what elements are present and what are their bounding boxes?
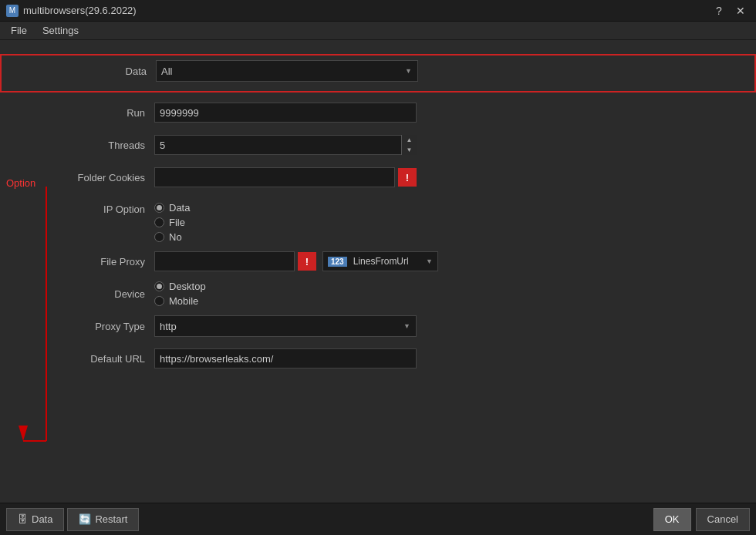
bottom-bar: 🗄 Data 🔄 Restart OK Cancel <box>0 503 756 535</box>
run-control <box>154 103 417 123</box>
ip-option-data-label: Data <box>169 202 190 214</box>
threads-up-button[interactable]: ▲ <box>402 135 417 145</box>
threads-spinner-wrapper: ▲ ▼ <box>154 135 417 155</box>
folder-cookies-error-icon[interactable]: ! <box>398 168 417 187</box>
ip-option-no[interactable]: No <box>154 231 417 243</box>
titlebar-controls: ? ✕ <box>710 3 750 19</box>
file-proxy-input[interactable] <box>154 251 295 271</box>
ip-option-control: Data File No <box>154 202 417 243</box>
data-row-highlight: Data All Custom <box>0 54 756 93</box>
run-input[interactable] <box>154 103 417 123</box>
ip-option-no-radio[interactable] <box>154 232 164 242</box>
window-title: multibrowsers(29.6.2022) <box>23 5 137 16</box>
data-control: All Custom <box>156 60 418 82</box>
svg-marker-2 <box>19 426 28 441</box>
ip-option-data[interactable]: Data <box>154 202 417 214</box>
titlebar: M multibrowsers(29.6.2022) ? ✕ <box>0 0 756 22</box>
run-label: Run <box>0 107 154 119</box>
threads-spinner-buttons: ▲ ▼ <box>401 135 417 155</box>
file-proxy-control: ! 123 LinesFromUrl ▼ <box>154 251 438 271</box>
restart-button-icon: 🔄 <box>79 513 91 525</box>
device-radio-group: Desktop Mobile <box>154 281 417 307</box>
device-desktop-radio[interactable] <box>154 281 164 291</box>
titlebar-left: M multibrowsers(29.6.2022) <box>6 5 137 17</box>
menubar: File Settings <box>0 22 756 40</box>
lines-dropdown-arrow: ▼ <box>426 257 433 265</box>
proxy-type-select-wrapper: http https socks4 socks5 <box>154 315 417 337</box>
threads-row: Threads ▲ ▼ <box>0 131 756 159</box>
ip-option-file-radio[interactable] <box>154 217 164 227</box>
threads-label: Threads <box>0 140 154 151</box>
lines-from-url-dropdown[interactable]: 123 LinesFromUrl ▼ <box>322 251 438 271</box>
device-desktop-label: Desktop <box>169 281 206 292</box>
folder-cookies-input[interactable] <box>154 167 395 187</box>
main-content: Option Data All Custom Run <box>0 40 756 503</box>
ip-option-file[interactable]: File <box>154 217 417 228</box>
device-label: Device <box>0 288 154 300</box>
file-proxy-input-wrapper: ! <box>154 251 316 271</box>
data-button[interactable]: 🗄 Data <box>6 508 64 531</box>
data-row: Data All Custom <box>2 57 754 85</box>
cancel-button[interactable]: Cancel <box>696 508 750 531</box>
proxy-type-row: Proxy Type http https socks4 socks5 <box>0 312 756 340</box>
proxy-type-select[interactable]: http https socks4 socks5 <box>154 315 417 337</box>
close-button[interactable]: ✕ <box>731 3 750 19</box>
default-url-label: Default URL <box>0 353 154 365</box>
data-button-icon: 🗄 <box>18 513 28 525</box>
ip-option-data-radio[interactable] <box>154 203 164 213</box>
device-mobile[interactable]: Mobile <box>154 295 417 307</box>
threads-down-button[interactable]: ▼ <box>402 145 417 155</box>
threads-control: ▲ ▼ <box>154 135 417 155</box>
ip-option-file-label: File <box>169 217 185 228</box>
lines-badge: 123 <box>328 257 347 267</box>
menu-file[interactable]: File <box>3 23 35 38</box>
data-label: Data <box>2 66 156 77</box>
data-select[interactable]: All Custom <box>156 60 418 82</box>
app-icon: M <box>6 5 19 17</box>
device-control: Desktop Mobile <box>154 281 417 307</box>
device-desktop[interactable]: Desktop <box>154 281 417 292</box>
menu-settings[interactable]: Settings <box>35 23 86 38</box>
device-mobile-label: Mobile <box>169 295 198 307</box>
run-row: Run <box>0 99 756 126</box>
bottom-right: OK Cancel <box>653 508 750 531</box>
proxy-type-control: http https socks4 socks5 <box>154 315 417 337</box>
help-button[interactable]: ? <box>710 3 728 19</box>
file-proxy-label: File Proxy <box>0 256 154 268</box>
ip-option-row: IP Option Data File No <box>0 196 756 243</box>
proxy-type-label: Proxy Type <box>0 321 154 332</box>
file-proxy-row: File Proxy ! 123 LinesFromUrl ▼ <box>0 247 756 275</box>
bottom-left: 🗄 Data 🔄 Restart <box>6 508 139 531</box>
ip-option-no-label: No <box>169 231 182 243</box>
default-url-row: Default URL <box>0 345 756 372</box>
ip-option-radio-group: Data File No <box>154 202 417 243</box>
restart-button-label: Restart <box>95 513 127 525</box>
data-button-label: Data <box>32 513 52 525</box>
ip-option-label: IP Option <box>0 202 154 215</box>
folder-cookies-row: Folder Cookies ! <box>0 163 756 191</box>
threads-input[interactable] <box>154 135 417 155</box>
device-mobile-radio[interactable] <box>154 296 164 306</box>
default-url-input[interactable] <box>154 348 417 368</box>
folder-cookies-control: ! <box>154 167 417 187</box>
restart-button[interactable]: 🔄 Restart <box>67 508 139 531</box>
folder-cookies-label: Folder Cookies <box>0 172 154 183</box>
file-proxy-error-icon[interactable]: ! <box>298 252 316 271</box>
data-select-wrapper: All Custom <box>156 60 418 82</box>
lines-text: LinesFromUrl <box>353 256 426 267</box>
device-row: Device Desktop Mobile <box>0 280 756 308</box>
ok-button[interactable]: OK <box>653 508 691 531</box>
default-url-control <box>154 348 417 368</box>
